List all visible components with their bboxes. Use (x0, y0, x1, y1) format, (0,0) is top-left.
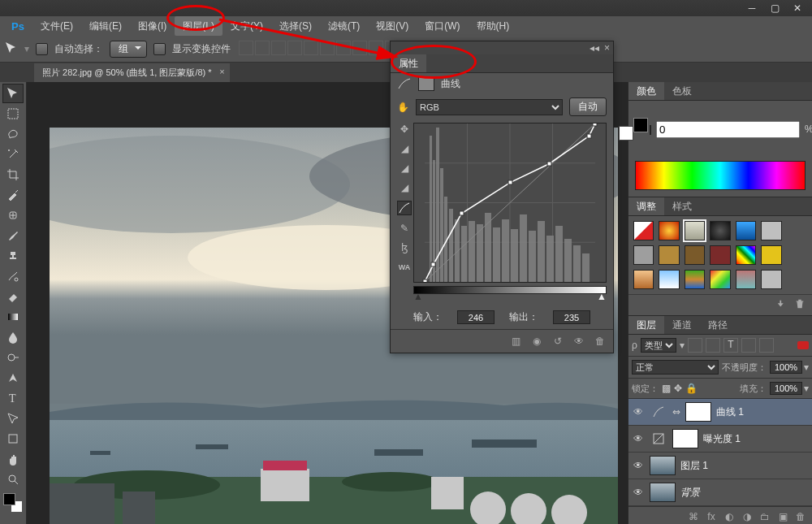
lock-pixels-icon[interactable]: ▩ (662, 383, 671, 394)
clip-icon[interactable]: WA (397, 261, 412, 274)
maximize-button[interactable]: ▢ (763, 2, 786, 15)
stamp-tool[interactable] (2, 246, 24, 266)
path-select-tool[interactable] (2, 409, 24, 428)
adjust-sw[interactable] (736, 221, 756, 240)
layer-row[interactable]: 👁 图层 1 (628, 453, 812, 479)
adjust-sw-selected[interactable] (685, 221, 705, 240)
adjustment-new-icon[interactable]: ◑ (741, 510, 754, 523)
menu-filter[interactable]: 滤镜(T) (320, 16, 368, 36)
view-previous-icon[interactable]: ◉ (530, 335, 543, 348)
layer-thumb[interactable] (650, 456, 676, 475)
filter-pixel-icon[interactable] (688, 338, 702, 353)
filter-shape-icon[interactable] (741, 338, 756, 353)
lock-all-icon[interactable]: 🔒 (685, 383, 698, 394)
move-tool[interactable] (2, 84, 24, 103)
lock-position-icon[interactable]: ✥ (674, 383, 682, 394)
mask-icon[interactable]: ◐ (723, 510, 736, 523)
visibility-icon[interactable]: 👁 (633, 460, 645, 471)
tab-adjust[interactable]: 调整 (628, 197, 664, 215)
adjust-sw[interactable] (685, 270, 705, 289)
reset-icon[interactable]: ↺ (551, 335, 564, 348)
fill-input[interactable] (770, 382, 802, 395)
hand-tool[interactable] (2, 449, 24, 469)
menu-view[interactable]: 视图(V) (368, 16, 417, 36)
input-value[interactable] (457, 310, 495, 324)
k-value-input[interactable] (656, 121, 800, 138)
adjust-sw[interactable] (736, 270, 756, 289)
menu-select[interactable]: 选择(S) (271, 16, 320, 36)
link-icon[interactable]: ⌘ (687, 510, 700, 523)
auto-select-dropdown[interactable]: 组 (110, 41, 147, 58)
menu-type[interactable]: 文字(Y) (222, 16, 271, 36)
pencil-mode-icon[interactable]: ✎ (397, 222, 412, 235)
visibility-icon[interactable]: 👁 (633, 487, 645, 498)
adjust-sw[interactable] (710, 245, 730, 265)
tab-style[interactable]: 样式 (664, 197, 700, 215)
eraser-tool[interactable] (2, 287, 24, 306)
tab-paths[interactable]: 路径 (700, 316, 736, 334)
history-brush-tool[interactable] (2, 266, 24, 286)
tab-properties[interactable]: 属性 (391, 54, 426, 72)
adjust-none[interactable] (633, 221, 654, 240)
properties-panel[interactable]: ◂◂ × 属性 曲线 ✋ RGB 自动 ✥ ◢ ◢ ◢ ✎ ɮ WA (390, 41, 614, 353)
wand-tool[interactable] (2, 145, 24, 164)
blend-mode-dropdown[interactable]: 正常 (632, 360, 719, 375)
filter-toggle[interactable] (797, 341, 809, 349)
adjust-sw[interactable] (685, 245, 705, 265)
layer-thumb[interactable] (650, 483, 676, 502)
black-sampler-icon[interactable]: ◢ (397, 142, 412, 155)
fx-icon[interactable]: fx (705, 510, 718, 523)
adjust-sw[interactable] (659, 245, 679, 265)
visibility-icon[interactable]: 👁 (633, 433, 645, 444)
clip-to-layer-icon[interactable]: ▥ (509, 335, 522, 348)
smooth-icon[interactable]: ɮ (397, 241, 412, 254)
adjust-sw[interactable] (659, 221, 679, 240)
menu-file[interactable]: 文件(E) (32, 16, 81, 36)
eyedropper-tool[interactable] (2, 185, 24, 205)
marquee-tool[interactable] (2, 104, 24, 123)
adjust-sw[interactable] (633, 245, 654, 265)
zoom-tool[interactable] (2, 470, 24, 489)
dodge-tool[interactable] (2, 348, 24, 367)
tab-channels[interactable]: 通道 (664, 316, 700, 334)
adjust-sw[interactable] (761, 245, 781, 265)
channel-dropdown[interactable]: RGB (416, 99, 563, 115)
preset-hand-icon[interactable]: ✋ (397, 102, 409, 113)
mask-mode-icon[interactable] (418, 76, 434, 91)
fg-bg-color[interactable] (3, 493, 23, 513)
visibility-icon[interactable]: 👁 (633, 406, 645, 418)
k-slider[interactable] (650, 125, 651, 135)
adjust-sw[interactable] (761, 221, 781, 240)
shape-tool[interactable] (2, 429, 24, 448)
adjust-sw[interactable] (761, 270, 781, 289)
menu-edit[interactable]: 编辑(E) (81, 16, 130, 36)
tab-color[interactable]: 颜色 (628, 82, 664, 100)
panel-collapse-icon[interactable]: ◂◂ (590, 42, 599, 54)
crop-tool[interactable] (2, 165, 24, 184)
white-sampler-icon[interactable]: ◢ (397, 181, 412, 194)
curves-graph[interactable] (413, 123, 607, 283)
show-transform-checkbox[interactable] (153, 43, 166, 55)
heal-tool[interactable] (2, 206, 24, 225)
menu-image[interactable]: 图像(I) (130, 16, 175, 36)
auto-button[interactable]: 自动 (569, 97, 607, 116)
minimize-button[interactable]: ─ (741, 2, 763, 15)
toggle-visibility-icon[interactable]: 👁 (572, 335, 585, 348)
group-icon[interactable]: 🗀 (758, 510, 771, 523)
layer-mask-thumb[interactable] (672, 429, 698, 448)
adjust-sw[interactable] (710, 221, 730, 240)
adjust-trash-icon[interactable] (794, 298, 806, 312)
gradient-tool[interactable] (2, 307, 24, 327)
delete-layer-icon[interactable]: 🗑 (794, 510, 807, 523)
layer-mask-thumb[interactable] (685, 402, 711, 422)
menu-help[interactable]: 帮助(H) (469, 16, 518, 36)
tab-close-icon[interactable]: × (219, 67, 224, 76)
new-layer-icon[interactable]: ▣ (776, 510, 789, 523)
layer-row[interactable]: 👁 背景 (628, 479, 812, 506)
auto-select-checkbox[interactable] (36, 43, 48, 55)
on-image-tool[interactable]: ✥ (397, 123, 412, 136)
adjust-sw[interactable] (710, 270, 730, 289)
adjust-return-icon[interactable] (776, 298, 788, 312)
delete-adjustment-icon[interactable]: 🗑 (594, 335, 607, 348)
document-tab[interactable]: 照片 282.jpg @ 50% (曲线 1, 图层蒙版/8) * × (34, 63, 230, 82)
